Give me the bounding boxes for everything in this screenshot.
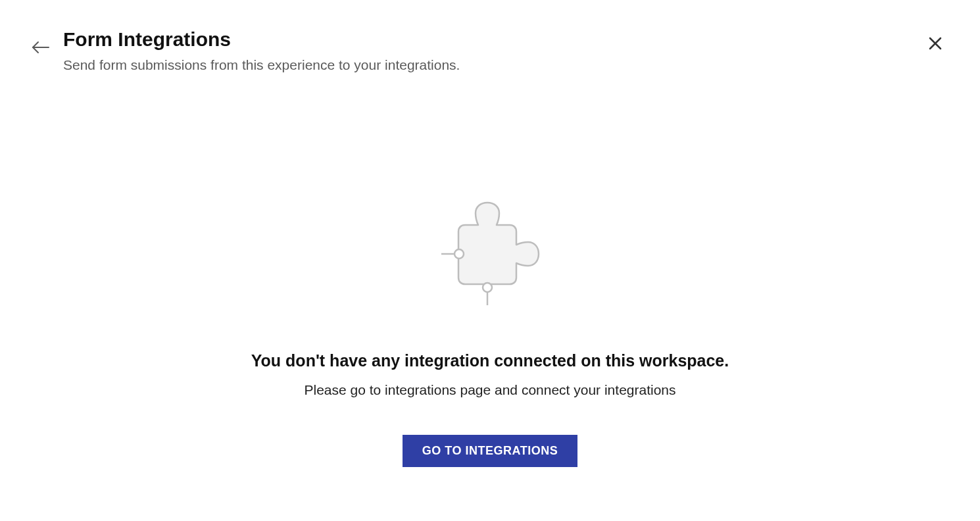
svg-point-6 <box>483 283 492 292</box>
empty-state-heading: You don't have any integration connected… <box>251 351 729 370</box>
puzzle-piece-icon <box>437 197 543 312</box>
empty-state: You don't have any integration connected… <box>0 197 980 467</box>
empty-state-subtext: Please go to integrations page and conne… <box>304 382 675 398</box>
back-button[interactable] <box>29 38 53 59</box>
go-to-integrations-button[interactable]: GO TO INTEGRATIONS <box>403 435 577 467</box>
svg-point-4 <box>454 249 464 259</box>
close-icon <box>927 43 943 53</box>
page-title: Form Integrations <box>63 26 923 52</box>
page-subtitle: Send form submissions from this experien… <box>63 57 923 73</box>
close-button[interactable] <box>923 32 947 57</box>
arrow-left-icon <box>32 46 50 56</box>
page-header: Form Integrations Send form submissions … <box>0 0 980 73</box>
header-text-block: Form Integrations Send form submissions … <box>63 26 923 73</box>
